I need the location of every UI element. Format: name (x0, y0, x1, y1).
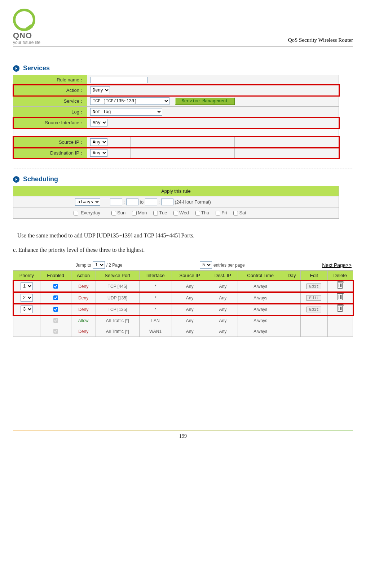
day-cell (283, 304, 301, 315)
dst-cell: Any (208, 326, 238, 337)
source-interface-label: Source Interface： (13, 117, 87, 128)
ctime-cell: Always (238, 315, 283, 326)
time-from-mm[interactable] (126, 199, 138, 205)
trash-icon[interactable] (338, 283, 343, 289)
table-row: DenyAll Traffic [*]WAN1AnyAnyAlways (13, 326, 353, 337)
enabled-checkbox[interactable] (53, 295, 58, 300)
scheduling-header: Apply this rule (13, 186, 339, 196)
day-checkbox-fri[interactable] (216, 211, 220, 215)
edit-button[interactable]: Edit (307, 307, 321, 312)
day-checkbox-sun[interactable] (111, 211, 116, 215)
spacer-row (13, 128, 339, 137)
day-checkbox-wed[interactable] (173, 211, 178, 215)
day-checkbox-thu[interactable] (195, 211, 200, 215)
arrow-right-icon (13, 176, 19, 183)
jump-pages-label: / 2 Page (106, 263, 123, 268)
next-page-link[interactable]: Next Page>> (322, 262, 352, 268)
enabled-checkbox (53, 329, 58, 334)
service-management-button[interactable]: Service Management (175, 98, 235, 105)
logo-text: QNO (13, 32, 53, 40)
logo-q-icon (13, 9, 35, 31)
entries-select[interactable]: 5 (200, 261, 212, 269)
priority-header: Delete (327, 271, 353, 281)
src-cell: Any (172, 281, 208, 292)
action-cell: Deny (71, 292, 96, 304)
table-row: AllowAll Traffic [*]LANAnyAnyAlways (13, 315, 353, 326)
priority-select[interactable]: 1 (21, 282, 33, 290)
edit-button[interactable]: Edit (307, 284, 321, 289)
days-cell: SunMonTueWedThuFriSat (107, 208, 339, 219)
src-cell: Any (172, 304, 208, 315)
dst-cell: Any (208, 292, 238, 304)
to-label: to (140, 199, 144, 205)
src-cell: Any (172, 315, 208, 326)
enabled-checkbox[interactable] (53, 284, 58, 289)
service-label: Service： (13, 96, 87, 107)
enabled-checkbox[interactable] (53, 307, 58, 312)
edit-button[interactable]: Edit (307, 295, 321, 301)
page-number: 199 (13, 433, 353, 439)
document-title: QoS Security Wireless Router (288, 37, 353, 45)
day-label: Mon (138, 210, 147, 215)
action-cell: Deny (71, 304, 96, 315)
action-cell: Allow (71, 315, 96, 326)
source-interface-select[interactable]: Any (90, 119, 107, 126)
source-ip-extra1 (131, 137, 235, 148)
jump-to-select[interactable]: 1 (93, 261, 105, 269)
day-label: Fri (221, 210, 227, 215)
iface-cell: LAN (139, 315, 172, 326)
port-cell: All Traffic [*] (96, 315, 139, 326)
priority-header: Service Port (96, 271, 139, 281)
ctime-cell: Always (238, 304, 283, 315)
ctime-cell: Always (238, 281, 283, 292)
day-checkbox-mon[interactable] (132, 211, 137, 215)
dest-ip-extra1 (131, 148, 235, 159)
everyday-label: Everyday (81, 210, 100, 215)
section-title: Scheduling (23, 175, 58, 183)
action-select[interactable]: Deny (90, 86, 110, 94)
dst-cell: Any (208, 281, 238, 292)
dest-ip-select[interactable]: Any (90, 149, 107, 157)
ctime-cell: Always (238, 292, 283, 304)
priority-header: Action (71, 271, 96, 281)
port-cell: UDP [135] (96, 292, 139, 304)
time-from-hh[interactable] (110, 199, 122, 205)
rule-name-input[interactable] (90, 77, 148, 83)
log-select[interactable]: Not log (90, 108, 162, 116)
time-to-mm[interactable] (161, 199, 173, 205)
table-row: 2DenyUDP [135]*AnyAnyAlwaysEdit (13, 292, 353, 304)
trash-icon[interactable] (338, 294, 343, 300)
src-cell: Any (172, 326, 208, 337)
scheduling-table: Apply this rule always : to : (24-Hour F… (13, 186, 339, 219)
day-label: Sun (117, 210, 125, 215)
enabled-checkbox (53, 318, 58, 323)
priority-select[interactable]: 2 (21, 294, 33, 302)
trash-icon[interactable] (338, 306, 343, 312)
priority-header: Source IP (172, 271, 208, 281)
priority-header: Enabled (40, 271, 71, 281)
table-row: 3DenyTCP [135]*AnyAnyAlwaysEdit (13, 304, 353, 315)
page-header: QNO your future life QoS Security Wirele… (13, 9, 353, 46)
port-cell: TCP [135] (96, 304, 139, 315)
arrow-right-icon (13, 65, 19, 72)
day-cell (283, 292, 301, 304)
footer-rule (13, 431, 353, 431)
day-cell (283, 315, 301, 326)
priority-header: Day (283, 271, 301, 281)
day-checkbox-tue[interactable] (153, 211, 158, 215)
priority-header: Dest. IP (208, 271, 238, 281)
day-checkbox-sat[interactable] (233, 211, 238, 215)
priority-select[interactable]: 3 (21, 306, 33, 313)
scheduling-mode-select[interactable]: always (75, 198, 100, 206)
priority-toolbar: Jump to 1 / 2 Page 5 entries per page Ne… (13, 261, 353, 270)
entries-label: entries per page (213, 263, 245, 268)
priority-section: Jump to 1 / 2 Page 5 entries per page Ne… (13, 261, 353, 337)
time-to-hh[interactable] (145, 199, 157, 205)
log-label: Log： (13, 107, 87, 117)
day-cell (283, 326, 301, 337)
everyday-checkbox[interactable] (74, 211, 78, 215)
service-select[interactable]: TCP [TCP/135~139] (90, 97, 169, 105)
iface-cell: * (139, 304, 172, 315)
priority-header: Interface (139, 271, 172, 281)
source-ip-select[interactable]: Any (90, 138, 107, 146)
